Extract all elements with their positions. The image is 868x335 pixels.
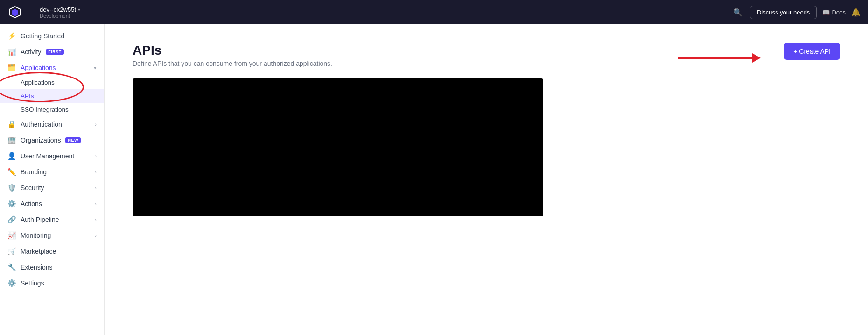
logo-icon[interactable] <box>7 5 22 20</box>
first-badge: FIRST <box>46 49 64 55</box>
sidebar-item-label: Settings <box>21 279 44 287</box>
create-api-button[interactable]: + Create API <box>784 43 840 60</box>
marketplace-icon: 🛒 <box>7 247 16 256</box>
bolt-icon: ⚡ <box>7 32 16 40</box>
sidebar-item-activity[interactable]: 📊 Activity FIRST <box>0 44 104 60</box>
sidebar-item-label: Extensions <box>21 264 52 271</box>
sidebar-item-label: Getting Started <box>21 32 64 40</box>
tenant-name: dev--ex2w55t ▾ <box>40 6 80 13</box>
sidebar-item-getting-started[interactable]: ⚡ Getting Started <box>0 28 104 44</box>
sidebar-item-actions[interactable]: ⚙️ Actions › <box>0 196 104 212</box>
sidebar-item-label: Monitoring <box>21 232 51 239</box>
page-title: APIs <box>133 43 332 58</box>
sidebar-item-label: Organizations <box>21 136 61 144</box>
sidebar-item-label: Marketplace <box>21 248 56 255</box>
sidebar-item-settings[interactable]: ⚙️ Settings <box>0 275 104 291</box>
sidebar-item-label: Authentication <box>21 121 62 128</box>
lock-icon: 🔒 <box>7 120 16 128</box>
chevron-right-icon: › <box>95 201 97 207</box>
extensions-icon: 🔧 <box>7 263 16 271</box>
tenant-env: Development <box>40 13 80 19</box>
sidebar-item-marketplace[interactable]: 🛒 Marketplace <box>0 243 104 259</box>
tenant-info[interactable]: dev--ex2w55t ▾ Development <box>40 6 80 19</box>
sidebar-item-applications[interactable]: 🗂️ Applications ▾ <box>0 60 104 76</box>
shield-icon: 🛡️ <box>7 184 16 192</box>
nav-divider <box>31 6 31 19</box>
sidebar-item-label: Branding <box>21 168 47 176</box>
sidebar-item-branding[interactable]: ✏️ Branding › <box>0 164 104 180</box>
monitoring-icon: 📈 <box>7 231 16 240</box>
topnav-left: dev--ex2w55t ▾ Development <box>7 5 80 20</box>
activity-icon: 📊 <box>7 48 16 56</box>
docs-button[interactable]: 📖 Docs <box>822 9 846 16</box>
sidebar-item-authentication[interactable]: 🔒 Authentication › <box>0 116 104 132</box>
sidebar-item-label: Activity <box>21 48 41 56</box>
chevron-right-icon: › <box>95 121 97 127</box>
chevron-right-icon: › <box>95 169 97 175</box>
sidebar-item-monitoring[interactable]: 📈 Monitoring › <box>0 228 104 243</box>
sidebar-item-auth-pipeline[interactable]: 🔗 Auth Pipeline › <box>0 212 104 228</box>
sidebar-item-extensions[interactable]: 🔧 Extensions <box>0 259 104 275</box>
actions-icon: ⚙️ <box>7 200 16 208</box>
page-subtitle: Define APIs that you can consume from yo… <box>133 60 332 67</box>
chevron-down-icon: ▾ <box>94 65 97 71</box>
sidebar-item-label: User Management <box>21 152 74 160</box>
branding-icon: ✏️ <box>7 168 16 176</box>
applications-submenu: Applications APIs SSO Integrations <box>0 76 104 116</box>
notifications-button[interactable]: 🔔 <box>851 8 861 17</box>
sidebar-item-label: Auth Pipeline <box>21 216 59 223</box>
sidebar-item-label: Security <box>21 184 44 192</box>
chevron-right-icon: › <box>95 185 97 191</box>
sidebar-item-label: Applications <box>21 64 56 71</box>
org-icon: 🏢 <box>7 136 16 144</box>
chevron-right-icon: › <box>95 217 97 222</box>
page-title-section: APIs Define APIs that you can consume fr… <box>133 43 332 67</box>
topnav: dev--ex2w55t ▾ Development 🔍 Discuss you… <box>0 0 868 24</box>
book-icon: 📖 <box>822 9 830 16</box>
discuss-needs-button[interactable]: Discuss your needs <box>750 6 817 19</box>
sidebar-subitem-applications[interactable]: Applications <box>0 76 104 89</box>
search-button[interactable]: 🔍 <box>731 6 744 19</box>
sidebar-item-user-management[interactable]: 👤 User Management › <box>0 148 104 164</box>
new-badge: NEW <box>65 137 81 143</box>
sidebar-subitem-apis[interactable]: APIs <box>0 89 104 103</box>
applications-icon: 🗂️ <box>7 64 16 72</box>
topnav-right: 🔍 Discuss your needs 📖 Docs 🔔 <box>731 6 861 19</box>
sidebar-item-organizations[interactable]: 🏢 Organizations NEW <box>0 132 104 148</box>
user-icon: 👤 <box>7 152 16 160</box>
sidebar-item-label: Actions <box>21 200 42 207</box>
chevron-right-icon: › <box>95 233 97 238</box>
page-header: APIs Define APIs that you can consume fr… <box>133 43 840 67</box>
sidebar-subitem-sso[interactable]: SSO Integrations <box>0 103 104 116</box>
sidebar: ⚡ Getting Started 📊 Activity FIRST 🗂️ Ap… <box>0 24 105 335</box>
sidebar-item-security[interactable]: 🛡️ Security › <box>0 180 104 196</box>
api-preview-area <box>133 78 543 216</box>
layout: ⚡ Getting Started 📊 Activity FIRST 🗂️ Ap… <box>0 24 868 335</box>
pipeline-icon: 🔗 <box>7 215 16 224</box>
chevron-right-icon: › <box>95 153 97 159</box>
main-content: APIs Define APIs that you can consume fr… <box>105 24 868 335</box>
svg-marker-1 <box>12 9 18 16</box>
settings-icon: ⚙️ <box>7 279 16 287</box>
tenant-chevron: ▾ <box>78 7 80 12</box>
